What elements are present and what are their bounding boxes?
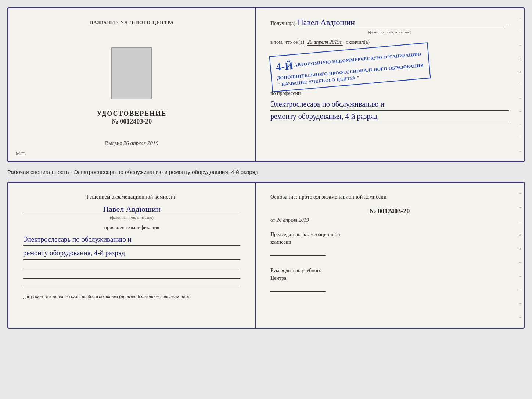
stamp-grade: 4-й bbox=[276, 60, 294, 73]
marker-2: – bbox=[519, 30, 521, 34]
bottom-doc-right: Основание: протокол экзаменационной коми… bbox=[256, 183, 524, 328]
bmarker-1: – bbox=[519, 191, 521, 195]
poluchil-label: Получил(a) bbox=[270, 21, 295, 26]
bmarker-8: – bbox=[519, 288, 521, 292]
qualification-line1: Электрослесарь по обслуживанию и bbox=[23, 234, 240, 246]
recipient-name-bottom: Павел Авдюшин bbox=[23, 204, 240, 214]
bmarker-4: и bbox=[519, 232, 521, 236]
vtom-line: в том, что он(а) 26 апреля 2019г. окончи… bbox=[270, 39, 509, 46]
page-wrapper: НАЗВАНИЕ УЧЕБНОГО ЦЕНТРА УДОСТОВЕРЕНИЕ №… bbox=[7, 7, 525, 329]
sign-line-2 bbox=[23, 271, 240, 279]
training-center-title-left: НАЗВАНИЕ УЧЕБНОГО ЦЕНТРА bbox=[89, 19, 174, 25]
doc-number: № 0012403-20 bbox=[112, 118, 152, 125]
ot-value: 26 апреля 2019 bbox=[276, 217, 309, 223]
dopuskaetsya-value: работе согласно должностным (производств… bbox=[53, 293, 189, 299]
marker-7: – bbox=[519, 96, 521, 100]
fio-subtitle-bottom: (фамилия, имя, отчество) bbox=[23, 215, 240, 220]
bmarker-2: – bbox=[519, 205, 521, 209]
marker-5: а bbox=[520, 70, 521, 74]
bmarker-6: ← bbox=[518, 260, 522, 264]
rukovoditel-sign-line bbox=[270, 284, 326, 292]
stamp-container: 4-й АВТОНОМНУЮ НЕКОММЕРЧЕСКУЮ ОРГАНИЗАЦИ… bbox=[270, 49, 509, 85]
sign-line-1 bbox=[23, 262, 240, 269]
rukovoditel-text: Руководитель учебного Центра bbox=[270, 267, 509, 292]
bmarker-9: – bbox=[519, 301, 521, 305]
doc-type: УДОСТОВЕРЕНИЕ bbox=[97, 110, 167, 118]
po-professii-label: по профессии bbox=[270, 90, 509, 96]
profession-line1: Электрослесарь по обслуживанию и bbox=[270, 98, 509, 111]
vydano-line: Выдано 26 апреля 2019 bbox=[105, 140, 158, 146]
dopuskaetsya-label: допускается к bbox=[23, 293, 51, 299]
predsedatel-line2: комиссии bbox=[270, 239, 291, 245]
marker-10: – bbox=[519, 136, 521, 140]
qualification-line2: ремонту оборудования, 4-й разряд bbox=[23, 247, 240, 259]
stamp-box: 4-й АВТОНОМНУЮ НЕКОММЕРЧЕСКУЮ ОРГАНИЗАЦИ… bbox=[269, 42, 431, 92]
predsedatel-text: Председатель экзаменационной комиссии bbox=[270, 231, 509, 256]
bmarker-10: – bbox=[519, 315, 521, 319]
bmarker-3: – bbox=[519, 219, 521, 223]
middle-text: Рабочая специальность - Электрослесарь п… bbox=[7, 167, 525, 177]
okonchil-label: окончил(а) bbox=[346, 39, 370, 45]
photo-placeholder bbox=[111, 47, 152, 99]
prisvoena-label: присвоена квалификация bbox=[23, 225, 240, 231]
bottom-document: Решением экзаменационной комиссии Павел … bbox=[7, 182, 525, 329]
protocol-number: № 0012403-20 bbox=[270, 207, 509, 215]
recipient-name: Павел Авдюшин bbox=[298, 18, 504, 28]
ot-line: от 26 апреля 2019 bbox=[270, 217, 509, 223]
top-doc-right: Получил(a) Павел Авдюшин – (фамилия, имя… bbox=[256, 8, 524, 161]
marker-11: – bbox=[519, 149, 521, 153]
rukovoditel-line2: Центра bbox=[270, 275, 286, 281]
bmarker-5: а bbox=[520, 246, 521, 250]
right-edge-markers-bottom: – – – и а ← – – – – bbox=[517, 183, 524, 328]
osnovanie-title: Основание: протокол экзаменационной коми… bbox=[270, 193, 509, 201]
marker-9: – bbox=[519, 122, 521, 127]
marker-8: – bbox=[519, 109, 521, 113]
vtom-date: 26 апреля 2019г. bbox=[307, 39, 343, 46]
top-doc-left: НАЗВАНИЕ УЧЕБНОГО ЦЕНТРА УДОСТОВЕРЕНИЕ №… bbox=[8, 8, 256, 161]
rukovoditel-line1: Руководитель учебного bbox=[270, 268, 321, 273]
mp-label: М.П. bbox=[16, 151, 26, 157]
poluchil-line: Получил(a) Павел Авдюшин – bbox=[270, 18, 509, 28]
bottom-doc-left: Решением экзаменационной комиссии Павел … bbox=[8, 183, 256, 328]
dopuskaetsya-line: допускается к работе согласно должностны… bbox=[23, 293, 240, 299]
vydano-label: Выдано bbox=[105, 140, 122, 146]
fio-subtitle: (фамилия, имя, отчество) bbox=[270, 30, 509, 34]
vydano-value: 26 апреля 2019 bbox=[123, 140, 158, 146]
marker-4: и bbox=[519, 56, 521, 60]
right-edge-markers: – – – и а ← – – – – – bbox=[517, 8, 524, 161]
top-document: НАЗВАНИЕ УЧЕБНОГО ЦЕНТРА УДОСТОВЕРЕНИЕ №… bbox=[7, 7, 525, 162]
ot-label: от bbox=[270, 217, 275, 223]
bmarker-7: – bbox=[519, 274, 521, 278]
marker-1: – bbox=[519, 17, 521, 21]
predsedatel-sign-line bbox=[270, 248, 326, 256]
sign-line-3 bbox=[23, 281, 240, 288]
reshenie-title: Решением экзаменационной комиссии bbox=[23, 193, 240, 201]
dash: – bbox=[506, 21, 509, 26]
marker-3: – bbox=[519, 43, 521, 47]
marker-6: ← bbox=[518, 83, 522, 87]
profession-line2: ремонту оборудования, 4-й разряд bbox=[270, 112, 509, 121]
predsedatel-line1: Председатель экзаменационной bbox=[270, 232, 340, 237]
vtom-label: в том, что он(а) bbox=[270, 39, 304, 45]
